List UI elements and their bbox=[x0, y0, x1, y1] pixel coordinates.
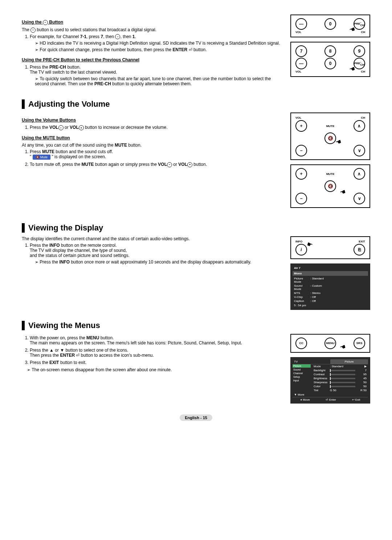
osd-menu-row: Backlight7 bbox=[312, 368, 368, 372]
vol-step1: Press the VOL− or VOL+ button to increas… bbox=[30, 125, 283, 130]
osd-menu-row: Sharpness50 bbox=[312, 380, 368, 384]
srs-btn: SRS bbox=[354, 338, 365, 349]
section-bar-icon bbox=[22, 321, 25, 330]
ch-down-btn: ∨ bbox=[354, 145, 365, 156]
section-bar-icon bbox=[22, 223, 25, 233]
osd-left-item: Channel bbox=[293, 372, 311, 375]
dashbtn-note-hd: HD indicates the TV is receiving a Digit… bbox=[35, 41, 283, 46]
plus-icon: + bbox=[187, 162, 192, 167]
mute-intro: At any time, you can cut off the sound u… bbox=[22, 143, 283, 148]
osd-more: ▼ More bbox=[293, 392, 368, 397]
footer-page: English - 15 bbox=[180, 414, 212, 421]
osd-left-item: Setup bbox=[293, 375, 311, 379]
osd-info-row: Caption: Off bbox=[293, 299, 368, 303]
vol-sub1: Using the Volume Buttons bbox=[22, 118, 283, 123]
mute-osd-chip: Mute bbox=[33, 155, 51, 160]
remote-7-btn: 7 bbox=[295, 45, 307, 57]
remote-dash-btn: — bbox=[295, 18, 307, 30]
osd-left-item: Input bbox=[293, 379, 311, 382]
remote-0-btn: 0 bbox=[324, 18, 336, 30]
display-note: Press the INFO button once more or wait … bbox=[35, 259, 283, 265]
osd-footer-enter: ⏎ Enter bbox=[326, 398, 336, 401]
display-intro: The display identifies the current chann… bbox=[22, 236, 283, 241]
remote-figure-numbers: 7 8 9 — 0 PRE-CH VOLCH ☚ bbox=[290, 42, 370, 77]
dash-icon: − bbox=[30, 28, 36, 33]
osd-info-row: Sound Mode: Custom bbox=[293, 284, 368, 291]
mute-btn: 🔇 bbox=[324, 180, 336, 192]
mute-step2: To turn mute off, press the MUTE button … bbox=[30, 162, 283, 167]
ch-down-btn: ∨ bbox=[354, 193, 365, 204]
ch-up-btn: ∧ bbox=[354, 120, 365, 132]
osd-tab-picture: Picture bbox=[330, 359, 368, 364]
dashbtn-note-enter: For quick channel change, press the numb… bbox=[35, 47, 283, 52]
remote-figure-mute: + MUTE ∧ 🔇 − ∨ ☚ bbox=[290, 164, 370, 208]
section-bar-icon bbox=[22, 99, 25, 109]
osd-menu-row: TintG 50R 50 bbox=[312, 388, 368, 392]
osd-footer-move: ♦ Move bbox=[301, 398, 310, 401]
remote-9-btn: 9 bbox=[354, 45, 365, 57]
enter-icon: ⏎ bbox=[189, 47, 192, 52]
section-menus: Viewing the Menus bbox=[22, 321, 370, 330]
remote-figure-info: INFOEXIT i ⎘ ☛ bbox=[290, 236, 370, 259]
remote-prech-btn: PRE-CH bbox=[354, 18, 365, 30]
mute-btn: 🔇 bbox=[324, 132, 336, 144]
remote-0-btn: 0 bbox=[324, 58, 336, 69]
osd-time: 5 : 54 pm bbox=[293, 303, 368, 308]
remote-dash-btn: — bbox=[295, 58, 307, 69]
dashbtn-intro: The − button is used to select stations … bbox=[22, 27, 283, 33]
cc-btn: CC bbox=[295, 338, 307, 349]
menu-note: The on-screen menus disappear from the s… bbox=[27, 367, 283, 372]
remote-figure-volume: VOLCH + MUTE ∧ 🔇 − ∨ ☚ bbox=[290, 112, 370, 160]
exit-btn: ⎘ bbox=[354, 244, 365, 255]
ch-up-btn: ∧ bbox=[354, 168, 365, 180]
menu-btn: MENU bbox=[324, 338, 336, 349]
section-display: Viewing the Display bbox=[22, 223, 370, 233]
osd-menu-row: Mode: Standard▶ bbox=[312, 364, 368, 368]
menu-step3: Press the EXIT button to exit. bbox=[30, 360, 283, 365]
osd-info-row: V-Chip: Off bbox=[293, 295, 368, 299]
dashbtn-heading: Using the − Button bbox=[22, 20, 283, 25]
osd-info-row: MTS: Stereo bbox=[293, 291, 368, 295]
info-btn: i bbox=[295, 244, 307, 255]
remote-figure-menu: CC MENU SRS ☚ bbox=[290, 334, 370, 353]
osd-menu-row: Brightness45 bbox=[312, 376, 368, 380]
section-volume: Adjusting the Volume bbox=[22, 99, 370, 109]
osd-menu-row: Color50 bbox=[312, 384, 368, 388]
page-footer: English - 15 bbox=[22, 414, 370, 421]
prech-step1: Press the PRE-CH button. The TV will swi… bbox=[30, 65, 283, 86]
menu-step1: With the power on, press the MENU button… bbox=[30, 335, 283, 345]
menu-step2: Press the ▲ or ▼ button to select one of… bbox=[30, 348, 283, 358]
dashbtn-step1: For example, for Channel 7-1, press 7, t… bbox=[30, 34, 283, 53]
minus-icon: − bbox=[58, 125, 64, 130]
prech-heading: Using the PRE-CH Button to select the Pr… bbox=[22, 57, 283, 62]
remote-figure-numbers-top: — 0 PRE-CH VOLCH ☚ bbox=[290, 15, 370, 37]
osd-footer-exit: ↩ Exit bbox=[352, 398, 360, 401]
vol-down-btn: − bbox=[295, 193, 307, 204]
vol-down-btn: − bbox=[295, 145, 307, 156]
display-step1: Press the INFO button on the remote cont… bbox=[30, 243, 283, 265]
remote-8-btn: 8 bbox=[324, 45, 336, 57]
osd-tab-tv: TV bbox=[293, 359, 330, 364]
osd-info-panel: Air 7 Mono Picture Mode: StandardSound M… bbox=[290, 263, 370, 310]
osd-info-row: Picture Mode: Standard bbox=[293, 277, 368, 284]
enter-icon: ⏎ bbox=[76, 353, 79, 358]
dashbtn-steps: For example, for Channel 7-1, press 7, t… bbox=[22, 34, 283, 53]
osd-channel: Air 7 bbox=[293, 266, 368, 270]
prech-steps: Press the PRE-CH button. The TV will swi… bbox=[22, 65, 283, 86]
vol-sub2: Using the MUTE button bbox=[22, 135, 283, 140]
dash-icon: − bbox=[43, 20, 48, 25]
osd-left-item: Picture bbox=[293, 364, 311, 368]
osd-left-item: Sound bbox=[293, 368, 311, 371]
osd-menu-panel: TV Picture PictureSoundChannelSetupInput… bbox=[290, 357, 370, 404]
plus-icon: + bbox=[79, 125, 84, 130]
minus-icon: − bbox=[167, 162, 172, 167]
osd-sound: Mono bbox=[293, 271, 368, 276]
mute-step1: Press MUTE button and the sound cuts off… bbox=[30, 149, 283, 160]
osd-menu-row: Contrast95 bbox=[312, 372, 368, 376]
dash-icon: − bbox=[115, 34, 120, 39]
vol-up-btn: + bbox=[295, 168, 307, 180]
prech-note: To quickly switch between two channels t… bbox=[35, 76, 283, 86]
vol-up-btn: + bbox=[295, 120, 307, 132]
remote-prech-btn: PRE-CH bbox=[354, 58, 365, 69]
